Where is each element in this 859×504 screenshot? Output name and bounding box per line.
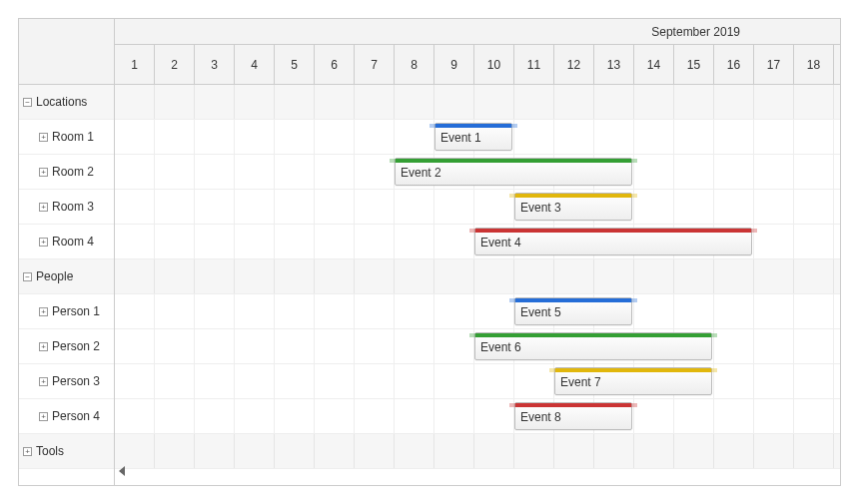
event-label: Event 2: [401, 166, 441, 180]
timeline-cell: [514, 434, 554, 468]
timeline-cell: [594, 85, 634, 119]
timeline-row[interactable]: Event 2: [115, 155, 840, 190]
event[interactable]: Event 3: [514, 193, 632, 221]
tree-group[interactable]: +Tools: [19, 434, 114, 469]
timeline-cell: [634, 85, 674, 119]
timeline-cell: [195, 225, 235, 258]
day-header-cell[interactable]: 6: [315, 45, 355, 85]
tree-item-label: Person 4: [52, 399, 100, 434]
collapse-icon[interactable]: −: [23, 98, 32, 107]
timeline-group-row[interactable]: [115, 259, 840, 294]
event[interactable]: Event 8: [514, 402, 632, 430]
timeline-cell: [754, 434, 794, 468]
timeline-cell: [634, 155, 674, 189]
timeline-row[interactable]: Event 3: [115, 190, 840, 225]
day-header-cell[interactable]: 17: [754, 45, 794, 85]
timeline-cell: [155, 190, 195, 224]
tree-item[interactable]: +Room 2: [19, 155, 114, 190]
timeline-cell: [235, 434, 275, 468]
day-header-cell[interactable]: 5: [275, 45, 315, 85]
timeline-cell: [275, 120, 315, 154]
event[interactable]: Event 6: [474, 332, 712, 360]
timeline-cell: [395, 225, 434, 258]
day-header-cell[interactable]: 10: [474, 45, 514, 85]
timeline-cell: [794, 120, 834, 154]
timeline-cell: [115, 259, 155, 293]
timeline-cell: [155, 259, 195, 293]
day-header-cell[interactable]: 8: [395, 45, 434, 85]
expand-icon[interactable]: +: [39, 342, 48, 351]
day-header-cell[interactable]: 2: [155, 45, 195, 85]
day-header-cell[interactable]: 16: [714, 45, 754, 85]
expand-icon[interactable]: +: [23, 447, 32, 456]
timeline-row[interactable]: Event 4: [115, 225, 840, 259]
scheduler: −Locations+Room 1+Room 2+Room 3+Room 4−P…: [18, 18, 841, 486]
timeline-cell: [355, 329, 395, 363]
tree-item[interactable]: +Room 4: [19, 225, 114, 259]
timeline-cell: [794, 329, 834, 363]
timeline-row[interactable]: Event 7: [115, 364, 840, 399]
timeline-cell: [275, 85, 315, 119]
timeline-cell: [794, 434, 834, 468]
event[interactable]: Event 7: [554, 367, 712, 395]
event-label: Event 6: [480, 340, 521, 354]
tree-item[interactable]: +Room 3: [19, 190, 114, 225]
tree-item[interactable]: +Person 3: [19, 364, 114, 399]
expand-icon[interactable]: +: [39, 133, 48, 142]
event[interactable]: Event 5: [514, 297, 632, 325]
expand-icon[interactable]: +: [39, 412, 48, 421]
expand-icon[interactable]: +: [39, 377, 48, 386]
day-header-cell[interactable]: 9: [434, 45, 474, 85]
timeline-cell: [514, 120, 554, 154]
day-header-cell[interactable]: 11: [514, 45, 554, 85]
timeline-cell: [754, 225, 794, 258]
day-header-cell[interactable]: 3: [195, 45, 235, 85]
timeline-cell: [754, 85, 794, 119]
tree-group[interactable]: −People: [19, 259, 114, 294]
day-header-cell[interactable]: 13: [594, 45, 634, 85]
timeline-group-row[interactable]: [115, 85, 840, 120]
tree-item[interactable]: +Room 1: [19, 120, 114, 155]
timeline-cell: [275, 399, 315, 433]
timeline-cell: [395, 85, 434, 119]
timeline-cell: [355, 294, 395, 328]
tree-group[interactable]: −Locations: [19, 85, 114, 120]
timeline-cell: [155, 225, 195, 258]
timeline-cell: [235, 120, 275, 154]
expand-icon[interactable]: +: [39, 168, 48, 177]
timeline-cell: [794, 85, 834, 119]
timeline-row[interactable]: Event 8: [115, 399, 840, 434]
timeline-row[interactable]: Event 6: [115, 329, 840, 364]
tree-item[interactable]: +Person 2: [19, 329, 114, 364]
expand-icon[interactable]: +: [39, 203, 48, 212]
expand-icon[interactable]: +: [39, 238, 48, 247]
timeline-cell: [235, 155, 275, 189]
timeline-row[interactable]: Event 1: [115, 120, 840, 155]
horizontal-scroll-left[interactable]: [119, 465, 125, 479]
day-header-cell[interactable]: 4: [235, 45, 275, 85]
timeline-cell: [714, 155, 754, 189]
tree-item[interactable]: +Person 1: [19, 294, 114, 329]
day-header-cell[interactable]: 14: [634, 45, 674, 85]
day-header-cell[interactable]: 12: [554, 45, 594, 85]
timeline-row[interactable]: Event 5: [115, 294, 840, 329]
event[interactable]: Event 2: [395, 158, 632, 186]
timeline-cell: [395, 120, 434, 154]
timeline-cell: [355, 155, 395, 189]
timeline-cell: [674, 155, 714, 189]
event[interactable]: Event 1: [434, 123, 512, 151]
day-header-cell[interactable]: 18: [794, 45, 834, 85]
tree-item[interactable]: +Person 4: [19, 399, 114, 434]
day-header-cell[interactable]: 1: [115, 45, 155, 85]
event[interactable]: Event 4: [474, 228, 752, 255]
timeline-cell: [275, 259, 315, 293]
day-header-cell[interactable]: 15: [674, 45, 714, 85]
day-header-cell[interactable]: 7: [355, 45, 395, 85]
timeline-cell: [794, 225, 834, 258]
expand-icon[interactable]: +: [39, 307, 48, 316]
collapse-icon[interactable]: −: [23, 272, 32, 281]
timeline-cell: [674, 434, 714, 468]
timeline-cell: [434, 190, 474, 224]
timeline-grid: September 2019 1234567891011121314151617…: [115, 19, 840, 485]
timeline-group-row[interactable]: [115, 434, 840, 469]
